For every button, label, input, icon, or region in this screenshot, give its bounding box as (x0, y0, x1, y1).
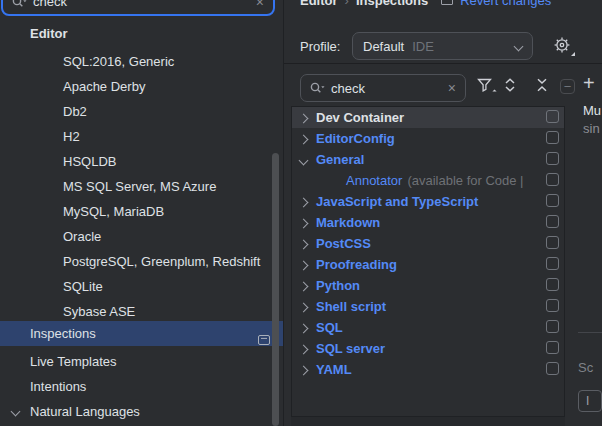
sidebar-item[interactable]: Oracle (0, 224, 283, 249)
tree-row[interactable]: SQL (292, 317, 564, 338)
search-icon (310, 82, 325, 94)
revert-icon (441, 0, 453, 5)
checkbox[interactable] (546, 215, 559, 228)
chevron-down-icon[interactable] (11, 407, 21, 417)
chevron-down-icon[interactable] (299, 156, 309, 166)
checkbox[interactable] (546, 299, 559, 312)
inspections-tree: Dev ContainerEditorConfigGeneralAnnotato… (291, 106, 565, 417)
chevron-right-icon[interactable] (299, 324, 309, 334)
tree-row-label: Markdown (316, 215, 380, 230)
tree-row[interactable]: YAML (292, 359, 564, 380)
breadcrumb-inspections: Inspections (356, 0, 428, 8)
inspection-description-sub: sin (583, 121, 600, 136)
inspection-description: Mu (583, 103, 601, 118)
tree-row[interactable]: Shell script (292, 296, 564, 317)
tree-row[interactable]: Annotator(available for Code | (292, 170, 564, 191)
checkbox[interactable] (546, 110, 559, 123)
tree-row-label: SQL server (316, 341, 385, 356)
tree-row[interactable]: Dev Container (292, 107, 564, 128)
sidebar-item-live-templates[interactable]: Live Templates (0, 349, 283, 374)
clear-search-icon[interactable]: × (256, 0, 264, 9)
tree-row-label: Shell script (316, 299, 386, 314)
profile-gear-button[interactable] (553, 36, 573, 56)
scope-dropdown[interactable]: I (578, 390, 602, 412)
tree-row[interactable]: JavaScript and TypeScript (292, 191, 564, 212)
sidebar-item-natural-languages[interactable]: Natural Languages (0, 399, 283, 424)
chevron-right-icon[interactable] (299, 366, 309, 376)
sidebar-item[interactable]: Db2 (0, 99, 283, 124)
chevron-right-icon[interactable] (299, 198, 309, 208)
tree-row-label: General (316, 152, 364, 167)
tree-row[interactable]: General (292, 149, 564, 170)
sidebar-item[interactable]: HSQLDB (0, 149, 283, 174)
sidebar-item-label: Inspections (30, 326, 96, 341)
breadcrumb-editor[interactable]: Editor (300, 0, 338, 8)
search-icon (12, 0, 27, 8)
chevron-right-icon[interactable] (299, 303, 309, 313)
profile-dropdown[interactable]: Default IDE (352, 32, 533, 60)
sidebar-item[interactable]: PostgreSQL, Greenplum, Redshift (0, 249, 283, 274)
chevron-right-icon[interactable] (299, 240, 309, 250)
expand-all-icon[interactable] (503, 77, 517, 93)
sidebar-section-editor[interactable]: Editor (30, 26, 68, 41)
tree-row-label: PostCSS (316, 236, 371, 251)
checkbox[interactable] (546, 173, 559, 186)
chevron-down-icon (514, 41, 524, 51)
filter-dropdown-arrow-icon (492, 89, 496, 93)
collapse-all-icon[interactable] (535, 77, 549, 93)
profile-label: Profile: (300, 39, 340, 54)
settings-search-input[interactable]: check × (1, 0, 275, 16)
settings-sidebar: check × Editor SQL:2016, GenericApache D… (0, 0, 284, 426)
checkbox[interactable] (546, 278, 559, 291)
chevron-right-icon[interactable] (299, 219, 309, 229)
tree-row[interactable]: SQL server (292, 338, 564, 359)
checkbox[interactable] (546, 320, 559, 333)
checkbox[interactable] (546, 236, 559, 249)
checkbox[interactable] (546, 194, 559, 207)
header-separator (284, 63, 602, 64)
tree-row-label: YAML (316, 362, 352, 377)
clear-search-icon[interactable]: × (448, 81, 456, 95)
sidebar-item-label: Live Templates (30, 354, 116, 369)
revert-changes-link[interactable]: Revert changes (460, 0, 551, 8)
checkbox[interactable] (546, 257, 559, 270)
tree-row-label: SQL (316, 320, 343, 335)
tree-row[interactable]: PostCSS (292, 233, 564, 254)
tree-row-label: Annotator (346, 173, 402, 188)
add-inspection-button[interactable]: + (583, 72, 595, 95)
tree-row[interactable]: Proofreading (292, 254, 564, 275)
inspections-search-input[interactable]: check × (300, 74, 466, 102)
tree-row-label: Dev Container (316, 110, 404, 125)
chevron-right-icon[interactable] (299, 135, 309, 145)
sidebar-item[interactable]: MS SQL Server, MS Azure (0, 174, 283, 199)
sidebar-item[interactable]: SQL:2016, Generic (0, 49, 283, 74)
tree-bottom-edge (291, 417, 565, 426)
gear-dropdown-arrow-icon (571, 52, 575, 56)
tree-row-label: JavaScript and TypeScript (316, 194, 478, 209)
checkbox[interactable] (546, 362, 559, 375)
sidebar-item[interactable]: SQLite (0, 274, 283, 299)
sidebar-scrollbar[interactable] (272, 153, 279, 426)
tree-row[interactable]: Markdown (292, 212, 564, 233)
tree-row[interactable]: EditorConfig (292, 128, 564, 149)
chevron-right-icon[interactable] (299, 345, 309, 355)
chevron-right-icon[interactable] (299, 261, 309, 271)
breadcrumb-separator: › (345, 0, 349, 8)
sidebar-item-inspections[interactable]: Inspections (0, 321, 283, 346)
checkbox[interactable] (546, 131, 559, 144)
checkbox[interactable] (546, 341, 559, 354)
checkbox[interactable] (546, 152, 559, 165)
sidebar-item[interactable]: Apache Derby (0, 74, 283, 99)
sidebar-item-intentions[interactable]: Intentions (0, 374, 283, 399)
sidebar-item[interactable]: H2 (0, 124, 283, 149)
settings-search-value: check (33, 0, 250, 9)
chevron-right-icon[interactable] (299, 282, 309, 292)
tree-row[interactable]: Python (292, 275, 564, 296)
filter-icon[interactable] (477, 78, 492, 92)
tree-row-label: Python (316, 278, 360, 293)
tree-row-label: EditorConfig (316, 131, 395, 146)
sidebar-item[interactable]: MySQL, MariaDB (0, 199, 283, 224)
detail-divider (578, 332, 602, 333)
chevron-right-icon[interactable] (299, 114, 309, 124)
remove-inspection-button[interactable]: − (560, 79, 575, 94)
